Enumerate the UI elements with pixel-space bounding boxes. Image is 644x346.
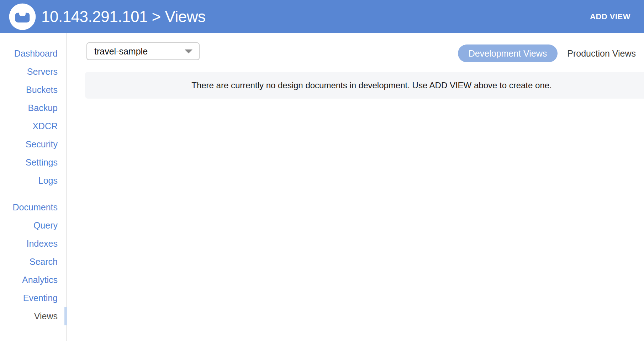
sidebar-item-views[interactable]: Views [0,307,66,325]
couchbase-logo-icon [9,3,36,31]
sidebar-item-servers[interactable]: Servers [0,63,66,81]
sidebar-item-buckets[interactable]: Buckets [0,81,66,99]
tab-production-views[interactable]: Production Views [567,48,636,59]
sidebar-item-logs[interactable]: Logs [0,172,66,190]
chevron-down-icon [185,49,192,53]
sidebar-item-query[interactable]: Query [0,216,66,235]
sidebar-item-documents[interactable]: Documents [0,198,66,216]
sidebar-nav: Dashboard Servers Buckets Backup XDCR Se… [0,33,67,341]
sidebar-item-indexes[interactable]: Indexes [0,235,66,253]
app-header: 10.143.291.101 > Views ADD VIEW [0,0,644,33]
add-view-button[interactable]: ADD VIEW [590,12,630,21]
tab-development-views[interactable]: Development Views [458,44,558,62]
page-title: 10.143.291.101 > Views [41,8,206,26]
sidebar-group-divider [0,190,66,198]
couchbase-views-page: { "header": { "title": "10.143.291.101 >… [0,0,644,346]
sidebar-item-security[interactable]: Security [0,135,66,153]
sidebar-item-dashboard[interactable]: Dashboard [0,44,66,63]
sidebar-item-eventing[interactable]: Eventing [0,289,66,307]
sidebar-item-settings[interactable]: Settings [0,153,66,172]
bucket-select-dropdown[interactable]: travel-sample [86,42,200,60]
sidebar-item-backup[interactable]: Backup [0,99,66,117]
main-content: travel-sample Development Views Producti… [68,33,644,346]
sidebar-item-search[interactable]: Search [0,253,66,271]
empty-state-message: There are currently no design documents … [191,80,552,90]
sidebar-item-xdcr[interactable]: XDCR [0,117,66,135]
view-mode-toggle: Development Views Production Views [458,44,636,62]
bucket-select-value: travel-sample [94,46,185,57]
sidebar-item-analytics[interactable]: Analytics [0,271,66,289]
empty-state-notice: There are currently no design documents … [85,72,644,99]
